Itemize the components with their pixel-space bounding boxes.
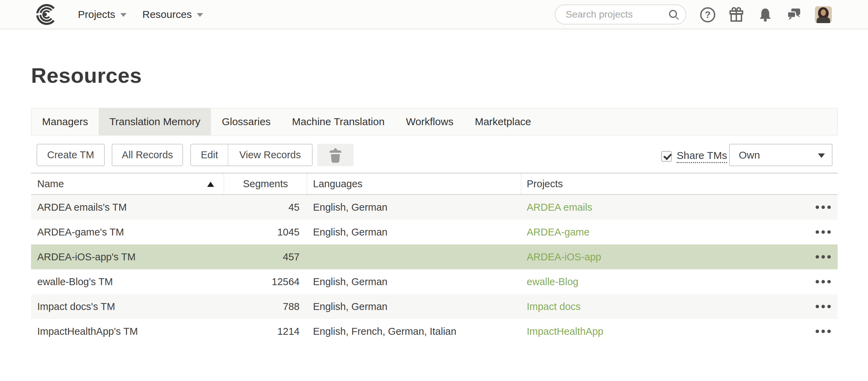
tm-languages-cell: English, German — [307, 269, 521, 294]
page-title: Resources — [31, 63, 142, 88]
tm-segments-cell: 457 — [224, 244, 307, 269]
tm-segments-cell: 1214 — [224, 319, 307, 344]
select-arrow-icon — [818, 153, 825, 158]
help-button[interactable]: ? — [699, 7, 716, 23]
messages-button[interactable] — [786, 7, 802, 23]
tab-machine-translation[interactable]: Machine Translation — [281, 108, 395, 135]
delete-tm-button[interactable] — [317, 144, 354, 166]
column-segments-label: Segments — [243, 178, 288, 190]
share-tms-label: Share TMs — [677, 150, 727, 163]
table-row[interactable]: ImpactHealthApp's TM 1214 English, Frenc… — [31, 319, 838, 344]
edit-button[interactable]: Edit — [191, 144, 228, 166]
tm-languages-cell: English, German — [307, 220, 521, 244]
sort-ascending-icon — [207, 182, 214, 187]
column-header-languages[interactable]: Languages — [307, 173, 521, 194]
table-row[interactable]: Impact docs's TM 788 English, German Imp… — [31, 294, 838, 319]
tm-scope-value: Own — [730, 149, 760, 161]
project-search — [555, 4, 686, 24]
tm-name-cell: ImpactHealthApp's TM — [31, 319, 224, 344]
nav-projects-label: Projects — [78, 9, 115, 20]
column-header-projects[interactable]: Projects — [521, 173, 838, 194]
nav-resources-menu[interactable]: Resources — [142, 0, 203, 29]
ellipsis-icon — [816, 330, 819, 333]
search-input[interactable] — [555, 6, 659, 23]
ellipsis-icon — [816, 205, 819, 209]
project-link[interactable]: ARDEA emails — [527, 202, 592, 213]
tab-managers[interactable]: Managers — [31, 108, 99, 135]
bell-icon — [757, 7, 773, 23]
tab-translation-memory[interactable]: Translation Memory — [99, 108, 211, 135]
nav-projects-menu[interactable]: Projects — [78, 0, 127, 29]
row-actions-menu[interactable] — [806, 269, 840, 294]
row-actions-menu[interactable] — [806, 319, 840, 344]
row-actions-menu[interactable] — [806, 195, 840, 220]
nav-resources-label: Resources — [142, 9, 192, 20]
gift-button[interactable] — [728, 7, 745, 23]
user-avatar[interactable] — [815, 6, 832, 23]
table-row-selected[interactable]: ARDEA-iOS-app's TM 457 ARDEA-iOS-app — [31, 244, 838, 269]
row-actions-menu[interactable] — [806, 294, 840, 319]
table-row[interactable]: ARDEA-game's TM 1045 English, German ARD… — [31, 220, 838, 244]
share-tms-checkbox[interactable] — [661, 151, 672, 162]
tm-languages-cell — [307, 244, 521, 269]
tm-segments-cell: 12564 — [224, 269, 307, 294]
avatar-face — [821, 9, 826, 16]
view-records-button[interactable]: View Records — [228, 144, 312, 166]
tm-name-cell: ARDEA-game's TM — [31, 220, 224, 244]
tm-name-cell: ARDEA emails's TM — [31, 195, 224, 220]
table-header-row: Name Segments Languages Projects — [31, 173, 838, 195]
chevron-down-icon — [120, 13, 127, 17]
gift-icon — [728, 7, 745, 23]
avatar-torso — [817, 17, 830, 23]
notifications-button[interactable] — [757, 7, 774, 23]
trash-icon — [329, 147, 342, 163]
tm-name-cell: ewalle-Blog's TM — [31, 269, 224, 294]
tm-name-cell: ARDEA-iOS-app's TM — [31, 244, 224, 269]
column-projects-label: Projects — [527, 178, 563, 190]
resources-tabs: Managers Translation Memory Glossaries M… — [31, 108, 838, 136]
project-link[interactable]: ewalle-Blog — [527, 276, 578, 288]
project-link[interactable]: ARDEA-game — [527, 227, 589, 238]
help-icon: ? — [700, 7, 715, 22]
tm-name-cell: Impact docs's TM — [31, 294, 224, 319]
create-tm-button[interactable]: Create TM — [37, 144, 105, 166]
ellipsis-icon — [816, 255, 819, 259]
tm-languages-cell: English, German — [307, 294, 521, 319]
tm-languages-cell: English, German — [307, 195, 521, 220]
share-tms-toggle[interactable]: Share TMs — [661, 150, 727, 162]
topbar: Projects Resources ? — [0, 0, 868, 29]
column-name-label: Name — [37, 178, 64, 190]
tm-scope-select[interactable]: Own — [729, 144, 832, 166]
tm-segments-cell: 1045 — [224, 220, 307, 244]
column-languages-label: Languages — [313, 178, 363, 190]
project-link[interactable]: ARDEA-iOS-app — [527, 251, 601, 263]
tab-workflows[interactable]: Workflows — [395, 108, 464, 135]
tm-segments-cell: 45 — [224, 195, 307, 220]
records-button-group: Edit View Records — [190, 144, 313, 166]
column-header-name[interactable]: Name — [31, 173, 224, 194]
table-row[interactable]: ewalle-Blog's TM 12564 English, German e… — [31, 269, 838, 294]
tm-languages-cell: English, French, German, Italian — [307, 319, 521, 344]
translation-memory-table: Name Segments Languages Projects ARDEA e… — [31, 173, 838, 344]
ellipsis-icon — [816, 305, 819, 308]
all-records-button[interactable]: All Records — [112, 144, 183, 166]
tab-glossaries[interactable]: Glossaries — [211, 108, 281, 135]
row-actions-menu[interactable] — [806, 244, 840, 269]
search-icon[interactable] — [668, 9, 680, 21]
project-link[interactable]: ImpactHealthApp — [527, 326, 603, 337]
crowdin-logo[interactable] — [33, 3, 58, 26]
row-actions-menu[interactable] — [806, 220, 840, 244]
chevron-down-icon — [197, 13, 203, 17]
ellipsis-icon — [816, 230, 819, 234]
project-link[interactable]: Impact docs — [527, 301, 581, 312]
ellipsis-icon — [816, 280, 819, 283]
help-glyph: ? — [705, 9, 710, 20]
chat-icon — [786, 7, 802, 23]
column-header-segments[interactable]: Segments — [224, 173, 307, 194]
table-row[interactable]: ARDEA emails's TM 45 English, German ARD… — [31, 195, 838, 220]
tm-segments-cell: 788 — [224, 294, 307, 319]
tab-marketplace[interactable]: Marketplace — [464, 108, 542, 135]
